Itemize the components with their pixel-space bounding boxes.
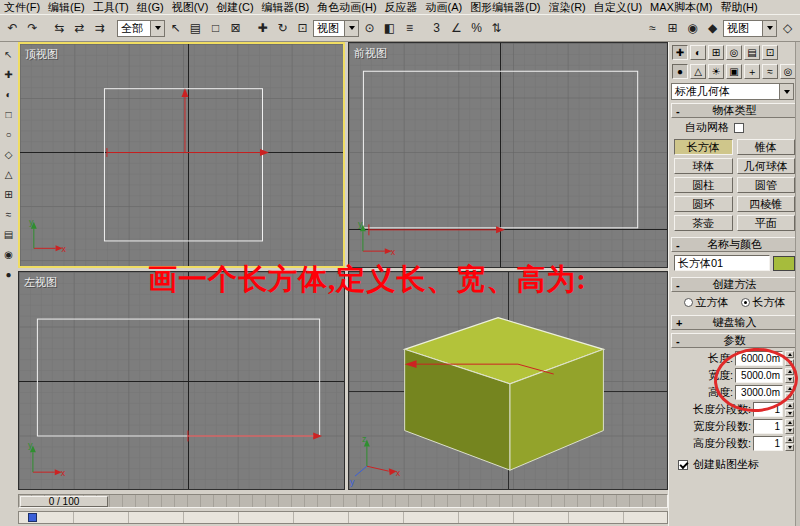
category-systems-icon[interactable]: ◎	[780, 64, 796, 79]
menu-tools[interactable]: 工具(T)	[89, 0, 133, 14]
render-type-dropdown[interactable]: 视图	[723, 20, 777, 37]
category-cameras-icon[interactable]: ▣	[726, 64, 742, 79]
rollout-creation-method[interactable]: - 创建方法	[671, 277, 798, 292]
rollout-keyboard-entry[interactable]: + 键盘输入	[671, 315, 798, 330]
sphere-button[interactable]: 球体	[674, 158, 733, 174]
left-tool-1-icon[interactable]: ↖	[2, 47, 16, 61]
menu-file[interactable]: 文件(F)	[0, 0, 44, 14]
tube-button[interactable]: 圆管	[737, 177, 796, 193]
reference-coordinate-dropdown[interactable]: 视图	[313, 20, 359, 37]
left-tool-2-icon[interactable]: ✚	[2, 67, 16, 81]
box-radio[interactable]	[741, 298, 750, 307]
undo-icon[interactable]: ↶	[3, 19, 22, 38]
material-editor-icon[interactable]: ◉	[683, 19, 702, 38]
quick-render-icon[interactable]: ◇	[778, 19, 797, 38]
viewport-left[interactable]: x y 左视图	[18, 271, 345, 490]
menu-reactor[interactable]: 反应器	[381, 0, 422, 14]
left-tool-9-icon[interactable]: ≈	[2, 207, 16, 221]
menu-views[interactable]: 视图(V)	[168, 0, 213, 14]
viewport-top[interactable]: x y 顶视图	[18, 42, 345, 268]
spinner-snap-icon[interactable]: ⇅	[487, 19, 506, 38]
left-tool-5-icon[interactable]: ○	[2, 127, 16, 141]
left-tool-6-icon[interactable]: ◇	[2, 147, 16, 161]
width-segs-spinner[interactable]	[785, 419, 794, 434]
bind-to-space-warp-icon[interactable]: ⇉	[90, 19, 109, 38]
teapot-button[interactable]: 茶壶	[674, 215, 733, 231]
viewport-front[interactable]: x y 前视图	[348, 42, 668, 268]
menu-group[interactable]: 组(G)	[133, 0, 168, 14]
viewport-left-canvas[interactable]: x y	[19, 272, 344, 489]
viewport-perspective-canvas[interactable]: x z y	[349, 272, 667, 489]
cube-radio[interactable]	[684, 298, 693, 307]
menu-character[interactable]: 角色动画(H)	[313, 0, 380, 14]
category-geometry-icon[interactable]: ●	[672, 64, 688, 79]
angle-snap-icon[interactable]: ∠	[447, 19, 466, 38]
autogrid-checkbox[interactable]	[734, 123, 744, 133]
panel-scrollbar[interactable]	[795, 42, 800, 526]
menu-help[interactable]: 帮助(H)	[716, 0, 761, 14]
geometry-subtype-dropdown[interactable]: 标准几何体	[671, 83, 794, 100]
select-by-name-icon[interactable]: ▤	[186, 19, 205, 38]
menu-modifiers[interactable]: 编辑器(B)	[258, 0, 314, 14]
curve-editor-icon[interactable]: ≈	[643, 19, 662, 38]
left-tool-11-icon[interactable]: ◉	[2, 247, 16, 261]
left-tool-7-icon[interactable]: △	[2, 167, 16, 181]
schematic-view-icon[interactable]: ⊞	[663, 19, 682, 38]
time-slider-handle[interactable]: 0 / 100	[20, 496, 108, 507]
menu-rendering[interactable]: 渲染(R)	[545, 0, 590, 14]
cube-radio-option[interactable]: 立方体	[684, 295, 729, 310]
width-segs-field[interactable]: 1	[753, 419, 783, 434]
cone-button[interactable]: 锥体	[737, 139, 796, 155]
rollout-object-type[interactable]: - 物体类型	[671, 103, 798, 118]
menu-graph-editors[interactable]: 图形编辑器(D)	[466, 0, 544, 14]
redo-icon[interactable]: ↷	[23, 19, 42, 38]
select-and-rotate-icon[interactable]: ↻	[273, 19, 292, 38]
torus-button[interactable]: 圆环	[674, 196, 733, 212]
left-tool-4-icon[interactable]: □	[2, 107, 16, 121]
left-tool-10-icon[interactable]: ▤	[2, 227, 16, 241]
snap-3d-icon[interactable]: 3	[427, 19, 446, 38]
object-color-swatch[interactable]	[773, 256, 795, 271]
select-and-scale-icon[interactable]: ⊡	[293, 19, 312, 38]
percent-snap-icon[interactable]: %	[467, 19, 486, 38]
tab-hierarchy-icon[interactable]: ⊞	[708, 45, 724, 60]
align-icon[interactable]: ≡	[400, 19, 419, 38]
track-bar-handle[interactable]	[28, 513, 37, 522]
category-lights-icon[interactable]: ☀	[708, 64, 724, 79]
rect-selection-region-icon[interactable]: □	[206, 19, 225, 38]
tab-motion-icon[interactable]: ◎	[726, 45, 742, 60]
height-segs-spinner[interactable]	[785, 436, 794, 451]
menu-edit[interactable]: 编辑(E)	[44, 0, 89, 14]
menu-animation[interactable]: 动画(A)	[422, 0, 467, 14]
pyramid-button[interactable]: 四棱锥	[737, 196, 796, 212]
select-object-icon[interactable]: ↖	[166, 19, 185, 38]
left-tool-12-icon[interactable]: ●	[2, 267, 16, 281]
cylinder-button[interactable]: 圆柱	[674, 177, 733, 193]
mapping-coords-checkbox[interactable]	[678, 460, 688, 470]
use-pivot-center-icon[interactable]: ⊙	[360, 19, 379, 38]
select-and-move-icon[interactable]: ✚	[253, 19, 272, 38]
viewport-front-canvas[interactable]: x y	[349, 43, 667, 267]
category-helpers-icon[interactable]: ＋	[744, 64, 760, 79]
left-tool-3-icon[interactable]: ◐	[2, 87, 16, 101]
menu-maxscript[interactable]: MAX脚本(M)	[646, 0, 716, 14]
category-shapes-icon[interactable]: △	[690, 64, 706, 79]
geosphere-button[interactable]: 几何球体	[737, 158, 796, 174]
selection-filter-dropdown[interactable]: 全部	[117, 20, 165, 37]
box-radio-option[interactable]: 长方体	[741, 295, 786, 310]
height-segs-field[interactable]: 1	[753, 436, 783, 451]
length-segs-spinner[interactable]	[785, 402, 794, 417]
tab-create-icon[interactable]: ✚	[672, 45, 688, 60]
tab-modify-icon[interactable]: ◐	[690, 45, 706, 60]
window-crossing-icon[interactable]: ⊠	[226, 19, 245, 38]
plane-button[interactable]: 平面	[737, 215, 796, 231]
menu-create[interactable]: 创建(C)	[212, 0, 257, 14]
unlink-selection-icon[interactable]: ⇄	[70, 19, 89, 38]
viewport-perspective[interactable]: x z y	[348, 271, 668, 490]
time-slider-track[interactable]: 0 / 100	[18, 494, 668, 508]
left-tool-8-icon[interactable]: ⊞	[2, 187, 16, 201]
rollout-name-color[interactable]: - 名称与颜色	[671, 237, 798, 252]
select-and-link-icon[interactable]: ⇆	[50, 19, 69, 38]
object-name-field[interactable]: 长方体01	[674, 255, 770, 271]
box-button[interactable]: 长方体	[674, 139, 733, 155]
